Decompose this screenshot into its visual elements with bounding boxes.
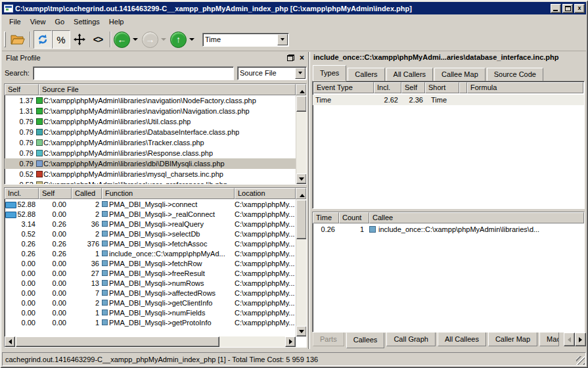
column-header-callee[interactable]: Callee (369, 212, 584, 223)
scroll-left-button[interactable] (5, 336, 15, 347)
menu-item[interactable]: View (26, 16, 51, 27)
column-header-function[interactable]: Function (102, 188, 235, 199)
function-row[interactable]: 3.14 0.26 36 PMA_DBI_Mysqli->realQuery C… (5, 219, 296, 229)
cycle-detection-button[interactable]: <> (89, 30, 107, 49)
function-row[interactable]: 52.88 0.00 2 PMA_DBI_Mysqli->connect C:\… (5, 199, 296, 209)
source-file-row[interactable]: 0.79 C:\xampp\phpMyAdmin\libraries\Respo… (5, 148, 296, 158)
scroll-down-button[interactable] (296, 326, 307, 336)
tab-scroll-right-button[interactable] (575, 333, 586, 346)
column-header-count[interactable]: Count (339, 212, 369, 223)
dock-close-icon[interactable]: × (298, 55, 305, 61)
column-header-formula[interactable]: Formula (467, 82, 583, 93)
detail-tab[interactable]: Callee Map (434, 68, 486, 81)
function-row[interactable]: 0.26 0.26 1 include_once::C:\xampp\phpMy… (5, 248, 296, 258)
scroll-down-button[interactable] (296, 173, 307, 184)
title-bar[interactable]: C:\xampp\tmp\cachegrind.out.1416463299-C… (2, 2, 586, 14)
forward-dropdown[interactable] (161, 38, 166, 43)
source-file-row[interactable]: 1.31 C:\xampp\phpMyAdmin\libraries\navig… (5, 106, 296, 116)
chevron-down-icon[interactable] (295, 68, 305, 79)
maximize-button[interactable] (562, 4, 573, 13)
panel-splitter[interactable] (308, 52, 310, 349)
detail-tab[interactable]: Source Code (487, 68, 543, 81)
detail-tab[interactable]: Callers (348, 68, 384, 81)
event-type-select[interactable]: Time (202, 33, 289, 47)
vertical-scrollbar[interactable] (296, 95, 306, 184)
menu-item[interactable]: Go (50, 16, 69, 27)
menu-item[interactable]: Help (104, 16, 129, 27)
detail-bottom-tab[interactable]: Caller Map (488, 333, 537, 346)
source-file-row[interactable]: 0.79 C:\xampp\phpMyAdmin\libraries\Util.… (5, 116, 296, 127)
location-path: C:\xampp\phpMy... (235, 230, 296, 238)
function-row[interactable]: 0.52 0.00 2 PMA_DBI_Mysqli->selectDb C:\… (5, 229, 296, 239)
column-header-location[interactable]: Location (235, 188, 296, 199)
source-file-row[interactable]: 0.52 C:\xampp\phpMyAdmin\libraries\mysql… (5, 169, 296, 179)
source-file-row[interactable]: 0.52 C:\xampp\phpMyAdmin\libraries\user_… (5, 179, 296, 184)
column-header-called[interactable]: Called (72, 188, 102, 199)
close-button[interactable]: x (574, 4, 585, 13)
scroll-right-button[interactable] (285, 336, 296, 347)
function-row[interactable]: 0.00 0.00 36 PMA_DBI_Mysqli->fetchRow C:… (5, 258, 296, 268)
open-file-button[interactable] (9, 30, 27, 49)
function-row[interactable]: 0.00 0.00 13 PMA_DBI_Mysqli->numRows C:\… (5, 278, 296, 288)
detail-tab[interactable]: Types (313, 65, 346, 81)
column-header-incl[interactable]: Incl. (374, 82, 401, 93)
event-type-row[interactable]: Time 2.62 2.36 Time (313, 95, 584, 105)
menu-item[interactable]: Settings (69, 16, 104, 27)
function-row[interactable]: 0.26 0.26 376 PMA_DBI_Mysqli->fetchAssoc… (5, 239, 296, 248)
count-value: 1 (339, 225, 369, 233)
group-by-select[interactable]: Source File (237, 66, 307, 80)
chevron-down-icon[interactable] (277, 34, 288, 45)
percent-relative-toggle[interactable]: % (52, 30, 70, 49)
source-file-row[interactable]: 1.37 C:\xampp\phpMyAdmin\libraries\navig… (5, 95, 296, 106)
detail-bottom-tab[interactable]: Machine (539, 333, 559, 346)
back-button[interactable]: ← (114, 32, 130, 48)
detail-tab[interactable]: All Callers (386, 68, 434, 81)
back-dropdown[interactable] (133, 38, 138, 43)
reload-button[interactable] (34, 30, 52, 49)
scrollbar-thumb[interactable] (296, 200, 307, 239)
forward-button[interactable]: → (142, 32, 158, 48)
minimize-button[interactable] (551, 4, 561, 13)
source-file-row[interactable]: 0.79 C:\xampp\phpMyAdmin\libraries\dbi\D… (5, 158, 296, 169)
column-header-self[interactable]: Self (5, 84, 39, 95)
horizontal-scrollbar[interactable] (5, 336, 296, 347)
scrollbar-thumb[interactable] (296, 96, 307, 112)
detail-bottom-tab[interactable]: All Callees (438, 333, 486, 346)
source-file-row[interactable]: 0.79 C:\xampp\phpMyAdmin\libraries\Datab… (5, 127, 296, 137)
function-row[interactable]: 0.00 0.00 27 PMA_DBI_Mysqli->freeResult … (5, 268, 296, 278)
scroll-up-icon[interactable] (296, 84, 306, 95)
scroll-up-icon[interactable] (296, 188, 306, 199)
dock-header[interactable]: Flat Profile × (3, 53, 307, 63)
function-row[interactable]: 52.88 0.00 2 PMA_DBI_Mysqli->_realConnec… (5, 209, 296, 219)
scrollbar-thumb[interactable] (16, 336, 219, 347)
function-row[interactable]: 0.00 0.00 7 PMA_DBI_Mysqli->affectedRows… (5, 288, 296, 298)
tab-scroll-left-button[interactable] (564, 333, 575, 346)
function-row[interactable]: 0.00 0.00 2 PMA_DBI_Mysqli->getClientInf… (5, 298, 296, 308)
detail-bottom-tab[interactable]: Callees (346, 333, 385, 348)
vertical-scrollbar[interactable] (296, 199, 306, 336)
incl-cost-value: 0.00 (5, 260, 39, 267)
function-row[interactable]: 0.00 0.00 1 PMA_DBI_Mysqli->numFields C:… (5, 308, 296, 317)
expand-areas-button[interactable] (70, 30, 89, 49)
column-header-self[interactable]: Self (39, 188, 72, 199)
column-header-short[interactable]: Short (425, 82, 459, 93)
percent-icon: % (57, 34, 65, 45)
column-header-time[interactable]: Time (313, 212, 339, 223)
column-header-source-file[interactable]: Source File (39, 84, 296, 95)
toolbar-grip[interactable] (4, 32, 6, 47)
column-header-self[interactable]: Self (401, 82, 425, 93)
self-cost-value: 0.52 (5, 170, 36, 178)
up-button[interactable]: ↑ (170, 32, 187, 48)
function-row[interactable]: 0.00 0.00 1 PMA_DBI_Mysqli->getProtoInfo… (5, 317, 296, 327)
callee-row[interactable]: 0.26 1 include_once::C:\xampp\phpMyAdmin… (313, 224, 584, 235)
source-file-row[interactable]: 0.79 C:\xampp\phpMyAdmin\libraries\Track… (5, 137, 296, 148)
detail-bottom-tab[interactable]: Parts (313, 333, 344, 346)
detail-bottom-tab[interactable]: Call Graph (386, 333, 436, 346)
up-dropdown[interactable] (189, 38, 194, 43)
menu-item[interactable]: File (5, 16, 26, 27)
column-header-incl[interactable]: Incl. (5, 188, 39, 199)
search-input[interactable] (33, 66, 234, 80)
resize-grip-icon[interactable] (576, 356, 585, 365)
float-dock-icon[interactable] (287, 55, 294, 61)
column-header-event-type[interactable]: Event Type (313, 82, 374, 93)
